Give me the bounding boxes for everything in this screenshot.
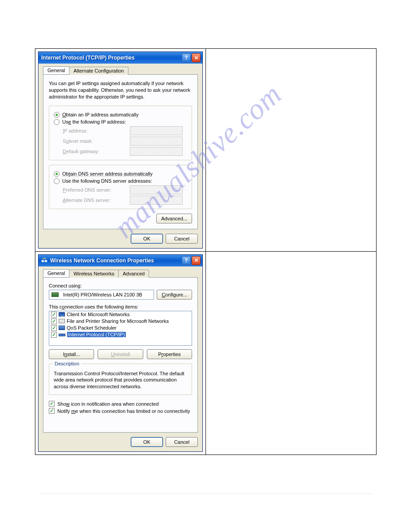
wlan-dialog: Wireless Network Connection Properties G… bbox=[38, 254, 203, 452]
radio-use-dns[interactable] bbox=[54, 178, 60, 184]
wlan-panel: Connect using: Intel(R) PRO/Wireless LAN… bbox=[43, 277, 198, 433]
printer-icon bbox=[59, 319, 65, 323]
wlan-titlebar[interactable]: Wireless Network Connection Properties bbox=[39, 255, 202, 266]
cancel-button[interactable]: Cancel bbox=[166, 437, 198, 447]
nic-icon bbox=[51, 292, 59, 297]
close-button[interactable] bbox=[192, 256, 201, 265]
ok-button[interactable]: OK bbox=[131, 437, 163, 447]
input-subnet-mask: ... bbox=[130, 137, 183, 146]
radio-auto-ip[interactable] bbox=[54, 112, 60, 118]
tcpip-dialog: Internet Protocol (TCP/IP) Properties Ge… bbox=[38, 51, 203, 249]
uninstall-button: Uninstall bbox=[98, 349, 143, 359]
label-ip-address: IP address: bbox=[63, 128, 130, 133]
input-default-gateway: ... bbox=[130, 147, 183, 156]
connect-using-label: Connect using: bbox=[49, 283, 192, 288]
notify-label: Notify me when this connection has limit… bbox=[57, 408, 190, 414]
label-preferred-dns: Preferred DNS server: bbox=[63, 187, 130, 193]
description-title: Description bbox=[53, 361, 81, 366]
svg-rect-0 bbox=[42, 260, 44, 262]
help-button[interactable] bbox=[182, 256, 191, 265]
dns-group: Obtain DNS server address automatically … bbox=[49, 165, 192, 209]
description-group: Description Transmission Control Protoco… bbox=[49, 364, 192, 395]
tab-alternate-config[interactable]: Alternate Configuration bbox=[69, 67, 128, 75]
checkbox-tcpip[interactable] bbox=[51, 332, 57, 338]
item-file-printer-sharing[interactable]: File and Printer Sharing for Microsoft N… bbox=[49, 318, 192, 325]
label-default-gateway: Default gateway: bbox=[63, 149, 130, 154]
ip-group: Obtain an IP address automatically Use t… bbox=[49, 106, 192, 160]
tcpip-tabs: General Alternate Configuration bbox=[43, 66, 198, 75]
label-alternate-dns: Alternate DNS server: bbox=[63, 197, 130, 203]
tcpip-title: Internet Protocol (TCP/IP) Properties bbox=[41, 55, 181, 61]
adapter-name: Intel(R) PRO/Wireless LAN 2100 3B bbox=[63, 292, 142, 297]
checkbox-qos[interactable] bbox=[51, 325, 57, 331]
wlan-title: Wireless Network Connection Properties bbox=[50, 257, 181, 264]
advanced-button[interactable]: Advanced... bbox=[156, 214, 192, 223]
radio-auto-dns-label: Obtain DNS server address automatically bbox=[62, 171, 153, 176]
tcpip-panel: You can get IP settings assigned automat… bbox=[43, 74, 198, 229]
description-text: Transmission Control Protocol/Internet P… bbox=[54, 370, 187, 390]
show-icon-label: Show icon in notification area when conn… bbox=[57, 401, 158, 407]
items-label: This connection uses the following items… bbox=[49, 304, 192, 309]
client-icon bbox=[59, 312, 65, 317]
checkbox-notify-limited[interactable] bbox=[49, 408, 55, 414]
tab-general[interactable]: General bbox=[43, 269, 69, 277]
item-tcpip[interactable]: Internet Protocol (TCP/IP) bbox=[49, 331, 192, 338]
tab-advanced[interactable]: Advanced bbox=[118, 270, 149, 278]
adapter-field: Intel(R) PRO/Wireless LAN 2100 3B bbox=[49, 290, 154, 300]
tcpip-titlebar[interactable]: Internet Protocol (TCP/IP) Properties bbox=[39, 52, 202, 64]
item-qos[interactable]: QoS Packet Scheduler bbox=[49, 325, 192, 331]
install-button[interactable]: Install... bbox=[49, 349, 94, 359]
page-footer-rule bbox=[40, 493, 372, 494]
ok-button[interactable]: OK bbox=[131, 234, 163, 244]
tcpip-description: You can get IP settings assigned automat… bbox=[49, 80, 192, 100]
checkbox-fps[interactable] bbox=[51, 318, 57, 324]
item-client-ms-networks[interactable]: Client for Microsoft Networks bbox=[49, 311, 192, 318]
radio-use-dns-label: Use the following DNS server addresses: bbox=[62, 178, 152, 184]
radio-auto-ip-label: Obtain an IP address automatically bbox=[62, 112, 138, 117]
radio-use-ip-label: Use the following IP address: bbox=[62, 119, 126, 124]
connection-items-list[interactable]: Client for Microsoft Networks File and P… bbox=[49, 311, 192, 346]
configure-button[interactable]: Configure... bbox=[157, 290, 192, 300]
tab-general[interactable]: General bbox=[43, 66, 69, 74]
qos-icon bbox=[59, 326, 65, 330]
input-ip-address: ... bbox=[130, 126, 183, 135]
svg-rect-1 bbox=[45, 260, 47, 262]
page-grid: Internet Protocol (TCP/IP) Properties Ge… bbox=[35, 48, 377, 455]
label-subnet-mask: Subnet mask: bbox=[63, 138, 130, 144]
connection-icon bbox=[41, 257, 47, 264]
network-icon bbox=[59, 332, 65, 337]
input-preferred-dns: ... bbox=[130, 185, 183, 194]
close-button[interactable] bbox=[192, 53, 201, 62]
cancel-button[interactable]: Cancel bbox=[166, 234, 198, 244]
wlan-tabs: General Wireless Networks Advanced bbox=[43, 269, 198, 278]
help-button[interactable] bbox=[182, 53, 191, 62]
radio-use-ip[interactable] bbox=[54, 119, 60, 125]
properties-button[interactable]: Properties bbox=[147, 349, 192, 359]
checkbox-show-icon[interactable] bbox=[49, 401, 55, 407]
tab-wireless-networks[interactable]: Wireless Networks bbox=[69, 270, 119, 278]
input-alternate-dns: ... bbox=[130, 196, 183, 205]
radio-auto-dns[interactable] bbox=[54, 171, 60, 177]
checkbox-client[interactable] bbox=[51, 312, 57, 317]
